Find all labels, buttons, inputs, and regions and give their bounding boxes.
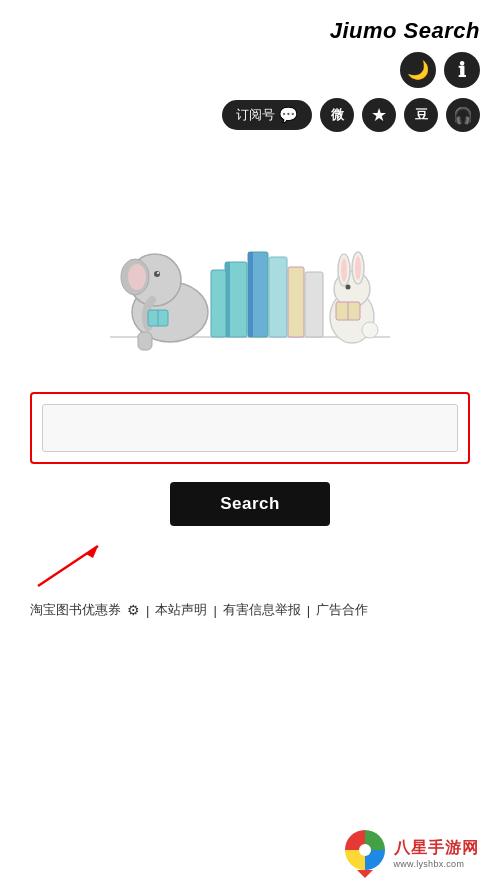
divider-2: | [213, 603, 216, 618]
header: Jiumo Search 🌙 ℹ 订阅号 💬 微 ★ 豆 🎧 [0, 0, 500, 142]
statement-link[interactable]: 本站声明 [155, 601, 207, 619]
coupon-icon: ⚙ [127, 602, 140, 618]
app-title: Jiumo Search [330, 18, 480, 44]
footer-links: 淘宝图书优惠券 ⚙ | 本站声明 | 有害信息举报 | 广告合作 [0, 591, 500, 633]
svg-point-12 [128, 264, 146, 290]
search-button[interactable]: Search [170, 482, 330, 526]
arrow-area [0, 536, 500, 591]
header-icon-row: 🌙 ℹ [400, 52, 480, 88]
wechat-icon: 💬 [279, 106, 298, 124]
illustration-area [0, 142, 500, 372]
music-icon[interactable]: 🎧 [446, 98, 480, 132]
books-illustration [80, 162, 420, 362]
watermark-text-block: 八星手游网 www.lyshbx.com [394, 838, 479, 869]
svg-marker-32 [357, 870, 373, 878]
svg-rect-15 [138, 332, 152, 350]
douban-icon[interactable]: 豆 [404, 98, 438, 132]
arrow-svg [28, 536, 148, 591]
search-box-wrapper [30, 392, 470, 464]
taobao-link[interactable]: 淘宝图书优惠券 [30, 601, 121, 619]
footer-row-1: 淘宝图书优惠券 ⚙ | 本站声明 | 有害信息举报 | 广告合作 [30, 601, 368, 619]
bottom-watermark: 八星手游网 www.lyshbx.com [320, 818, 500, 888]
ads-link[interactable]: 广告合作 [316, 601, 368, 619]
svg-point-23 [355, 256, 361, 280]
svg-point-24 [346, 285, 351, 290]
svg-rect-8 [211, 270, 226, 337]
svg-point-21 [341, 258, 347, 282]
svg-point-31 [359, 844, 371, 856]
divider-3: | [307, 603, 310, 618]
svg-rect-4 [248, 252, 253, 337]
search-input[interactable] [42, 404, 458, 452]
subscribe-button[interactable]: 订阅号 💬 [222, 100, 312, 130]
search-area: Search [0, 372, 500, 536]
info-icon[interactable]: ℹ [444, 52, 480, 88]
svg-point-27 [362, 322, 378, 338]
report-link[interactable]: 有害信息举报 [223, 601, 301, 619]
watermark-logo-svg [342, 828, 388, 878]
subscribe-bar: 订阅号 💬 微 ★ 豆 🎧 [222, 98, 480, 132]
divider-1: | [146, 603, 149, 618]
svg-rect-5 [269, 257, 287, 337]
svg-point-13 [154, 271, 160, 277]
night-mode-icon[interactable]: 🌙 [400, 52, 436, 88]
weibo-icon[interactable]: 微 [320, 98, 354, 132]
svg-rect-7 [305, 272, 323, 337]
watermark-main-text: 八星手游网 [394, 838, 479, 859]
star-icon[interactable]: ★ [362, 98, 396, 132]
svg-point-14 [157, 272, 159, 274]
svg-rect-6 [288, 267, 304, 337]
subscribe-label: 订阅号 [236, 106, 275, 124]
watermark-sub-text: www.lyshbx.com [394, 859, 479, 869]
